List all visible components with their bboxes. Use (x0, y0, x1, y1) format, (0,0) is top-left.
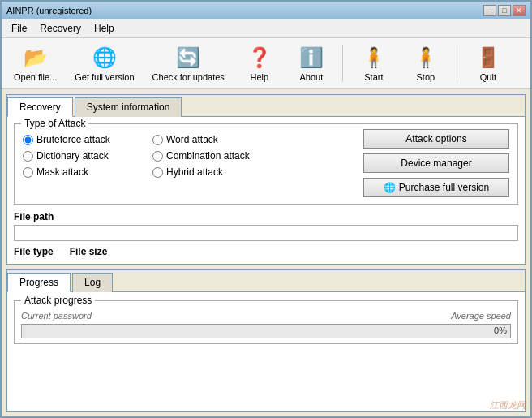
stop-icon: 🧍 (413, 45, 439, 71)
purchase-label: Purchase full version (399, 182, 489, 193)
window-title: AINPR (unregistered) (6, 6, 92, 15)
attack-col-1: Bruteforce attack Dictionary attack Mask… (23, 134, 152, 178)
bottom-tab-bar: Progress Log (7, 270, 525, 292)
hybrid-radio[interactable] (152, 167, 163, 178)
toolbar-separator-1 (342, 45, 343, 82)
start-label: Start (364, 72, 383, 82)
get-full-version-label: Get full version (75, 72, 134, 82)
menu-recovery[interactable]: Recovery (33, 21, 88, 36)
toolbar-separator-2 (457, 45, 457, 82)
menu-help[interactable]: Help (88, 21, 121, 36)
menu-bar: File Recovery Help (2, 19, 530, 38)
combination-radio-row[interactable]: Combination attack (152, 150, 282, 162)
dictionary-label: Dictionary attack (36, 150, 109, 162)
about-icon: ℹ️ (298, 45, 324, 71)
quit-icon: 🚪 (475, 45, 501, 71)
tab-system-info[interactable]: System information (75, 97, 182, 117)
start-icon: 🧍 (361, 45, 387, 71)
open-file-icon: 📂 (23, 45, 49, 71)
bruteforce-label: Bruteforce attack (36, 134, 110, 145)
mask-radio-row[interactable]: Mask attack (23, 166, 152, 178)
word-label: Word attack (166, 134, 218, 145)
open-file-button[interactable]: 📂 Open file... (6, 41, 64, 85)
mask-label: Mask attack (36, 166, 88, 178)
device-manager-button[interactable]: Device manager (363, 153, 509, 173)
get-full-version-icon: 🌐 (92, 45, 118, 71)
current-password-label: Current password (21, 311, 92, 321)
open-file-label: Open file... (14, 72, 57, 82)
progress-labels: Current password Average speed (21, 311, 511, 321)
tab-log[interactable]: Log (72, 273, 113, 292)
maximize-button[interactable]: □ (498, 5, 511, 16)
attack-type-group: Type of Attack Bruteforce attack (14, 123, 518, 205)
file-path-input[interactable] (14, 225, 518, 241)
tab-progress[interactable]: Progress (7, 273, 71, 292)
word-radio-row[interactable]: Word attack (152, 134, 282, 145)
main-window: AINPR (unregistered) – □ ✕ File Recovery… (0, 0, 532, 418)
attack-options-button[interactable]: Attack options (363, 129, 509, 149)
attack-progress-title: Attack progress (21, 295, 95, 306)
file-type-label: File type (14, 246, 54, 257)
minimize-button[interactable]: – (483, 5, 496, 16)
toolbar: 📂 Open file... 🌐 Get full version 🔄 Chec… (2, 38, 530, 89)
about-label: About (299, 72, 323, 82)
purchase-icon: 🌐 (384, 182, 396, 193)
word-radio[interactable] (152, 135, 163, 145)
dictionary-radio-row[interactable]: Dictionary attack (23, 150, 152, 162)
help-label: Help (251, 72, 269, 82)
purchase-button[interactable]: 🌐 Purchase full version (363, 178, 509, 197)
menu-file[interactable]: File (5, 21, 33, 36)
progress-bar-container: 0% (21, 324, 511, 338)
average-speed-label: Average speed (451, 311, 511, 321)
recovery-tab-content: Type of Attack Bruteforce attack (7, 117, 525, 264)
help-button[interactable]: ❓ Help (235, 41, 284, 85)
file-section: File path File type File size (14, 211, 518, 257)
window-controls: – □ ✕ (483, 5, 526, 16)
file-size-label: File size (70, 246, 108, 257)
check-updates-button[interactable]: 🔄 Check for updates (145, 41, 232, 85)
file-path-label: File path (14, 211, 518, 222)
watermark: 江西龙网 (490, 399, 526, 412)
get-full-version-button[interactable]: 🌐 Get full version (67, 41, 141, 85)
top-tab-panel: Recovery System information Type of Atta… (6, 94, 526, 265)
bruteforce-radio-row[interactable]: Bruteforce attack (23, 134, 152, 145)
attack-types-container: Bruteforce attack Dictionary attack Mask… (23, 134, 282, 178)
check-updates-label: Check for updates (152, 72, 225, 82)
main-content: Recovery System information Type of Atta… (2, 89, 530, 416)
stop-label: Stop (417, 72, 435, 82)
combination-radio[interactable] (152, 151, 163, 162)
bottom-tab-panel: Progress Log Attack progress Current pas… (6, 269, 526, 412)
hybrid-radio-row[interactable]: Hybrid attack (152, 166, 282, 178)
attack-type-title: Type of Attack (21, 118, 88, 129)
about-button[interactable]: ℹ️ About (287, 41, 336, 85)
bruteforce-radio[interactable] (23, 135, 33, 145)
quit-button[interactable]: 🚪 Quit (464, 41, 513, 85)
hybrid-label: Hybrid attack (166, 166, 223, 178)
dictionary-radio[interactable] (23, 151, 33, 162)
close-button[interactable]: ✕ (513, 5, 526, 16)
progress-tab-content: Attack progress Current password Average… (7, 292, 525, 349)
progress-percent: 0% (494, 325, 507, 335)
quit-label: Quit (480, 72, 496, 82)
stop-button[interactable]: 🧍 Stop (401, 41, 450, 85)
start-button[interactable]: 🧍 Start (350, 41, 398, 85)
attack-buttons: Attack options Device manager 🌐 Purchase… (363, 129, 509, 197)
file-info-row: File type File size (14, 246, 518, 257)
attack-progress-group: Attack progress Current password Average… (14, 300, 518, 344)
combination-label: Combination attack (166, 150, 250, 162)
attack-col-2: Word attack Combination attack Hybrid at… (152, 134, 282, 178)
mask-radio[interactable] (23, 167, 33, 178)
top-tab-bar: Recovery System information (7, 95, 525, 117)
title-bar: AINPR (unregistered) – □ ✕ (2, 2, 530, 19)
check-updates-icon: 🔄 (175, 45, 201, 71)
tab-recovery[interactable]: Recovery (7, 97, 73, 117)
help-icon: ❓ (247, 45, 272, 71)
